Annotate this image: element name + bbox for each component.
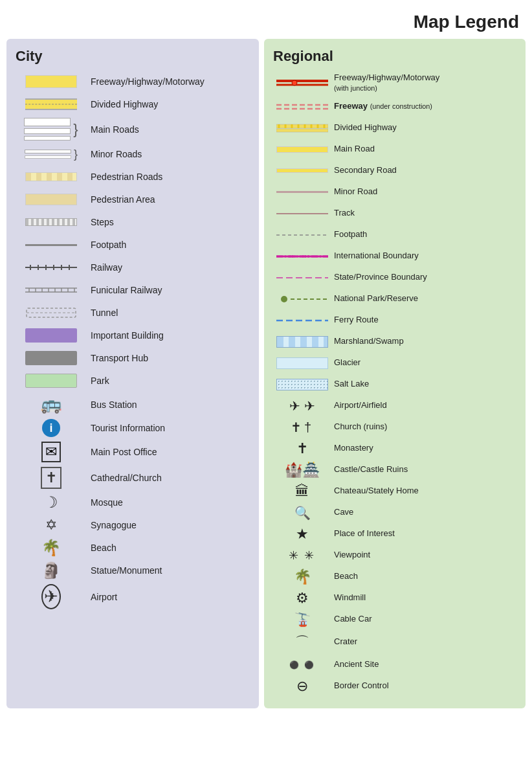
list-item: Transport Hub [16,349,252,367]
cross-ruins-icon: ✝† [291,420,314,435]
ferry-route-label: Ferry Route [331,315,379,325]
footpath-symbol [16,244,87,246]
statue-icon: 🗿 [41,561,61,580]
main-road-r-label: Main Road [331,144,375,154]
list-item: Steps [16,213,252,231]
list-item: Funicular Railway [16,281,252,299]
track-symbol [273,213,331,214]
divided-hwy-r-label: Divided Highway [331,122,397,133]
ancient-site-symbol: ⚫ ⚫ [273,660,331,670]
ancient-site-label: Ancient Site [331,659,379,670]
castle-symbol: 🏰🏯 [273,462,331,479]
track-label: Track [331,208,355,218]
transport-hub-symbol [16,351,87,365]
chateau-icon: 🏛 [295,483,309,500]
border-control-symbol: ⊖ [273,678,331,695]
secondary-road-symbol [273,168,331,173]
minor-roads-label: Minor Roads [87,149,142,159]
list-item: ✳ ✳ Viewpoint [273,547,519,564]
crater-symbol: ⌒ [273,633,331,652]
crater-label: Crater [331,636,357,647]
svg-point-21 [292,80,297,85]
list-item: State/Province Boundary [273,269,519,286]
bus-station-label: Bus Station [87,400,137,410]
svg-rect-25 [276,129,328,132]
church-ruins-symbol: ✝† [273,420,331,435]
border-control-icon: ⊖ [296,678,308,695]
regional-section: Regional Freeway/Highway/Motorway(with j… [264,39,526,708]
list-item: ✡ Synagogue [16,516,252,534]
list-item: ☽ Mosque [16,493,252,512]
pedestrian-area-label: Pedestrian Area [87,194,155,205]
statue-symbol: 🗿 [16,561,87,580]
divided-hwy-r-icon [276,124,328,133]
list-item: Salt Lake [273,376,519,393]
divided-hwy-symbol [16,98,87,110]
state-boundary-icon [276,276,328,280]
crater-icon: ⌒ [295,633,309,652]
city-heading: City [16,48,252,65]
footpath-r-symbol [273,233,331,237]
railway-symbol [16,263,87,272]
list-item: Pedestrian Area [16,190,252,208]
freeway-constr-icon [276,102,328,111]
info-icon: i [42,419,60,437]
freeway-symbol [16,75,87,88]
beach-r-label: Beach [331,571,358,581]
monastery-icon: ✝ [296,440,308,457]
cable-car-label: Cable Car [331,614,372,624]
list-item: Pedestrian Roads [16,168,252,186]
railway-icon [25,263,77,272]
church-ruins-label: Church (ruins) [331,422,387,432]
list-item: 🔍 Cave [273,504,519,521]
list-item: Secondary Road [273,163,519,179]
list-item: National Park/Reserve [273,291,519,308]
list-item: Park [16,372,252,390]
airport-symbol: ✈ [16,584,87,609]
post-office-symbol: ✉ [16,442,87,462]
tunnel-icon [25,307,77,319]
tunnel-symbol [16,307,87,319]
list-item: 🌴 Beach [273,569,519,585]
windmill-icon: ⚙ [296,590,309,607]
list-item: Freeway/Highway/Motorway [16,73,252,91]
national-park-label: National Park/Reserve [331,293,418,304]
list-item: Track [273,205,519,222]
ferry-route-icon [276,319,328,322]
airplane-icon: ✈ ✈ [289,398,315,414]
list-item: Important Building [16,326,252,344]
synagogue-symbol: ✡ [16,517,87,534]
list-item: Main Road [273,141,519,158]
freeway-junc-icon [276,78,328,87]
beach-symbol: 🌴 [16,539,87,557]
airport-label: Airport [87,592,117,602]
salt-lake-label: Salt Lake [331,379,369,389]
cable-car-icon: 🚡 [294,612,311,627]
castle-label: Castle/Castle Ruins [331,464,408,475]
bus-station-symbol: 🚌 [16,394,87,414]
cable-car-symbol: 🚡 [273,612,331,627]
svg-rect-24 [276,124,328,128]
beach-r-icon: 🌴 [294,569,311,585]
list-item: Marshland/Swamp [273,333,519,350]
city-section: City Freeway/Highway/Motorway Divided Hi… [6,39,259,708]
page-title: Map Legend [0,0,532,39]
list-item: ⊖ Border Control [273,678,519,695]
list-item: ✉ Main Post Office [16,442,252,462]
main-roads-label: Main Roads [87,124,139,135]
castle-icon: 🏰🏯 [285,462,320,479]
airplane-circle-icon: ✈ [41,584,61,609]
list-item: } Minor Roads [16,145,252,163]
minor-road-r-symbol [273,191,331,193]
railway-label: Railway [87,262,122,273]
list-item: Divided Highway [273,120,519,137]
list-item: 🏰🏯 Castle/Castle Ruins [273,462,519,479]
list-item: 🏛 Chateau/Stately Home [273,483,519,500]
chateau-label: Chateau/Stately Home [331,486,419,496]
place-interest-symbol: ★ [273,526,331,543]
cross-box-icon: ✝ [41,467,61,489]
marshland-symbol [273,336,331,348]
funicular-label: Funicular Railway [87,285,162,295]
pedestrian-roads-symbol [16,172,87,181]
divided-hwy-r-symbol [273,124,331,133]
